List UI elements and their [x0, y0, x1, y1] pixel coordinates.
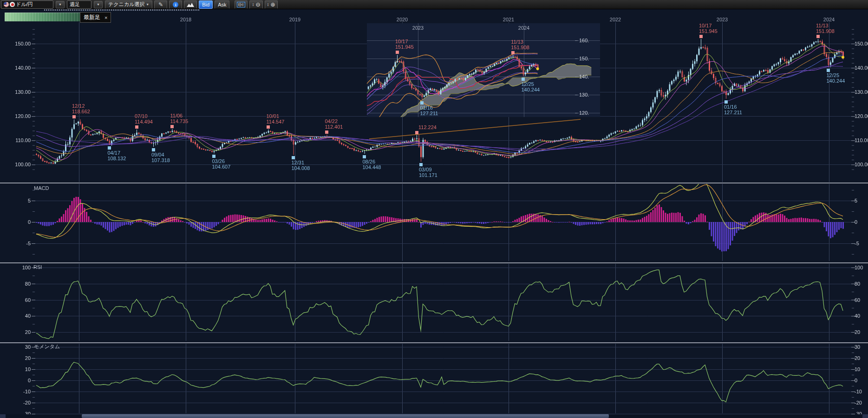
pencil-icon: ✎	[158, 1, 163, 8]
rsi-panel-label: RSI	[33, 264, 42, 270]
updown-icon: ↕	[267, 2, 269, 7]
technical-select-label: テクニカル選択	[108, 1, 144, 8]
navigator-range-bar[interactable]	[5, 13, 83, 21]
scroll-left-button[interactable]	[0, 414, 6, 418]
chart-canvas[interactable]	[0, 0, 868, 418]
zoom-out-button[interactable]: ↕ ⊖	[249, 0, 262, 9]
chart-style-button[interactable]	[184, 0, 197, 9]
ask-label: Ask	[218, 2, 226, 7]
navigator-ticks	[44, 9, 200, 11]
info-button[interactable]: i	[169, 0, 182, 9]
bar-display-button[interactable]	[235, 0, 248, 9]
macd-panel-label: MACD	[34, 185, 49, 191]
scrollbar-thumb[interactable]	[82, 414, 609, 418]
zoom-in-icon: ⊕	[271, 1, 275, 8]
close-icon[interactable]: ×	[104, 15, 107, 20]
latest-bar-tab[interactable]: 最新足 ×	[80, 12, 111, 23]
draw-pencil-button[interactable]: ✎	[154, 0, 167, 9]
pair-selector[interactable]: ドル/円	[1, 0, 53, 9]
info-icon: i	[173, 2, 178, 7]
zoom-out-icon: ⊖	[255, 1, 260, 8]
toolbar: ドル/円 ▼ 週足 ▼ テクニカル選択 ▼ ✎ i Bid Ask ↕ ⊖ ↕ …	[0, 0, 868, 9]
chevron-down-icon: ▼	[146, 3, 149, 6]
jp-flag-icon	[10, 2, 15, 7]
chevron-down-icon: ▼	[97, 3, 100, 6]
timeframe-selector[interactable]: 週足	[67, 0, 91, 9]
us-flag-icon	[4, 2, 9, 7]
horizontal-scrollbar[interactable]	[0, 414, 868, 418]
technical-select-button[interactable]: テクニカル選択 ▼	[105, 0, 152, 9]
mountain-icon	[187, 2, 194, 7]
bars-icon	[237, 2, 245, 7]
bid-label: Bid	[202, 2, 209, 7]
trading-chart-window: ドル/円 ▼ 週足 ▼ テクニカル選択 ▼ ✎ i Bid Ask ↕ ⊖ ↕ …	[0, 0, 868, 418]
zoom-in-button[interactable]: ↕ ⊕	[265, 0, 278, 9]
scroll-right-button[interactable]	[862, 414, 868, 418]
chevron-down-icon: ▼	[59, 3, 62, 6]
timeframe-dropdown-button[interactable]: ▼	[94, 1, 103, 8]
updown-icon: ↕	[252, 2, 254, 7]
momentum-panel-label: モメンタム	[34, 343, 60, 350]
timeframe-label: 週足	[70, 1, 91, 8]
latest-bar-label: 最新足	[84, 13, 100, 21]
bid-button[interactable]: Bid	[199, 0, 213, 9]
ask-button[interactable]: Ask	[215, 0, 229, 9]
pair-dropdown-button[interactable]: ▼	[56, 1, 65, 8]
pair-label: ドル/円	[16, 1, 53, 8]
